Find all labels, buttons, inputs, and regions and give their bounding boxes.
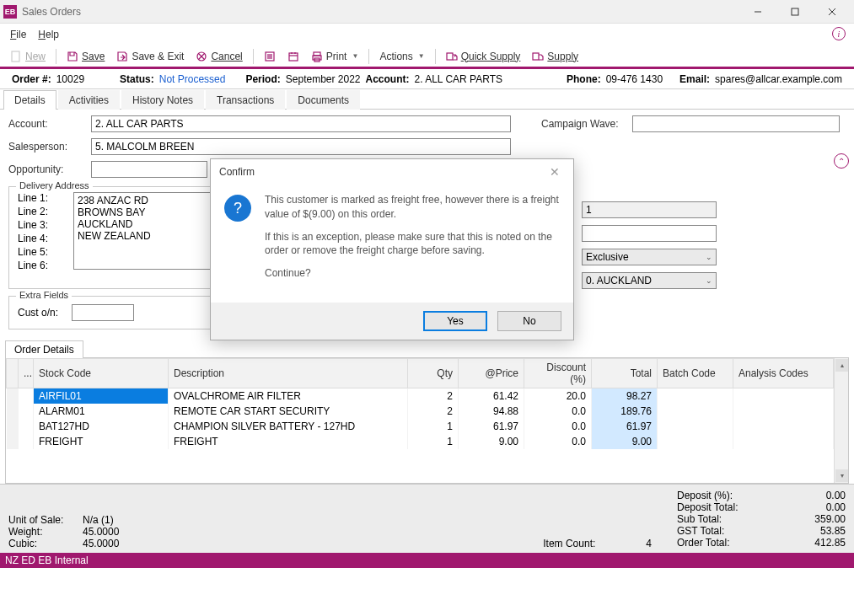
list-icon xyxy=(264,51,276,62)
cubic-value: 45.0000 xyxy=(83,538,119,549)
line1-label: Line 1: xyxy=(18,192,67,205)
status-value[interactable]: Not Processed xyxy=(159,73,226,85)
uos-label: Unit of Sale: xyxy=(8,514,76,526)
scroll-down-icon[interactable]: ▾ xyxy=(835,469,848,482)
weight-label: Weight: xyxy=(8,526,76,538)
tab-activities[interactable]: Activities xyxy=(58,90,120,110)
tab-details[interactable]: Details xyxy=(3,90,56,110)
yes-button[interactable]: Yes xyxy=(423,311,487,331)
supply-label: Supply xyxy=(547,51,578,62)
grid-header-blank xyxy=(7,359,19,388)
info-icon[interactable]: i xyxy=(832,27,846,40)
save-exit-button[interactable]: Save & Exit xyxy=(111,49,189,64)
table-row[interactable]: ALARM01 REMOTE CAR START SECURITY 2 94.8… xyxy=(7,404,834,419)
print-icon xyxy=(311,51,323,62)
scroll-up-icon[interactable]: ▴ xyxy=(835,359,848,372)
close-button[interactable] xyxy=(814,0,851,24)
custon-input[interactable] xyxy=(72,304,134,321)
chevron-down-icon: ▼ xyxy=(418,52,425,60)
save-icon xyxy=(67,51,78,62)
tab-transactions[interactable]: Transactions xyxy=(206,90,285,110)
right-blank-input[interactable] xyxy=(582,225,717,242)
save-button[interactable]: Save xyxy=(62,49,110,64)
menu-help[interactable]: Help xyxy=(33,27,64,42)
period-label: Period: xyxy=(245,73,280,85)
actions-button[interactable]: Actions ▼ xyxy=(374,49,429,64)
dep-tot-value: 0.00 xyxy=(826,501,846,513)
delivery-address-text[interactable]: 238 ANZAC RD BROWNS BAY AUCKLAND NEW ZEA… xyxy=(73,192,212,270)
cancel-button[interactable]: Cancel xyxy=(191,49,247,64)
save-exit-icon xyxy=(116,51,128,62)
campaign-input[interactable] xyxy=(632,115,840,132)
grid-header-stock[interactable]: Stock Code xyxy=(34,359,169,388)
tool-a-button[interactable] xyxy=(259,49,281,64)
cancel-label: Cancel xyxy=(211,51,242,62)
minimize-button[interactable] xyxy=(739,0,776,24)
extra-fields-legend: Extra Fields xyxy=(16,290,72,300)
collapse-icon[interactable]: ⌃ xyxy=(834,153,849,169)
no-button[interactable]: No xyxy=(497,311,561,331)
calendar-icon xyxy=(287,51,299,62)
chevron-down-icon: ⌄ xyxy=(706,253,712,261)
grid-header-anal[interactable]: Analysis Codes xyxy=(733,359,834,388)
confirm-dialog: Confirm ✕ ? This customer is marked as f… xyxy=(210,158,574,340)
dialog-close-icon[interactable]: ✕ xyxy=(545,163,565,180)
line5-label: Line 5: xyxy=(18,246,67,259)
delivery-legend: Delivery Address xyxy=(16,180,93,190)
order-label: Order #: xyxy=(12,73,51,85)
account-label: Account: xyxy=(8,118,84,130)
chevron-down-icon: ⌄ xyxy=(706,276,712,285)
ord-label: Order Total: xyxy=(677,537,729,549)
grid-header-dots[interactable]: ... xyxy=(19,359,34,388)
actions-label: Actions xyxy=(379,51,412,62)
supply-button[interactable]: Supply xyxy=(527,49,583,64)
save-label: Save xyxy=(82,51,105,62)
maximize-button[interactable] xyxy=(776,0,814,24)
gst-value: 53.85 xyxy=(820,525,846,537)
grid-header-total[interactable]: Total xyxy=(592,359,658,388)
uos-value: N/a (1) xyxy=(83,514,114,526)
svg-rect-1 xyxy=(792,8,798,15)
salesperson-label: Salesperson: xyxy=(8,141,84,153)
tab-history-notes[interactable]: History Notes xyxy=(121,90,204,110)
grid-header-disc[interactable]: Discount (%) xyxy=(524,359,592,388)
tax-select[interactable]: Exclusive ⌄ xyxy=(582,249,717,265)
location-select[interactable]: 0. AUCKLAND ⌄ xyxy=(582,272,717,289)
account-input[interactable] xyxy=(91,115,511,132)
email-value: spares@allcar.example.com xyxy=(715,73,842,85)
question-icon: ? xyxy=(224,195,251,222)
save-exit-label: Save & Exit xyxy=(132,51,184,62)
table-row[interactable]: FREIGHT FREIGHT 1 9.00 0.0 9.00 xyxy=(7,434,834,449)
title-bar: EB Sales Orders xyxy=(0,0,854,24)
salesperson-input[interactable] xyxy=(91,138,511,155)
grid-scrollbar[interactable]: ▴ ▾ xyxy=(834,358,848,483)
menu-bar: File Help i xyxy=(0,24,854,46)
order-details-tab[interactable]: Order Details xyxy=(5,340,83,358)
opportunity-label: Opportunity: xyxy=(8,163,84,175)
grid-header-batch[interactable]: Batch Code xyxy=(658,359,733,388)
table-row[interactable]: AIRFIL01 OVALCHROME AIR FILTER 2 61.42 2… xyxy=(7,388,834,404)
table-row[interactable]: BAT127HD CHAMPION SILVER BATTERY - 127HD… xyxy=(7,419,834,434)
grid-header-desc[interactable]: Description xyxy=(169,359,408,388)
quick-supply-button[interactable]: Quick Supply xyxy=(441,49,526,64)
period-value: September 2022 xyxy=(286,73,361,85)
account-hdr-value: 2. ALL CAR PARTS xyxy=(415,73,503,85)
itemcount-value: 4 xyxy=(646,538,652,549)
tab-documents[interactable]: Documents xyxy=(287,90,360,110)
dialog-text-1: This customer is marked as freight free,… xyxy=(265,193,560,222)
dialog-text-3: Continue? xyxy=(265,266,560,281)
opportunity-input[interactable] xyxy=(91,161,207,178)
line3-label: Line 3: xyxy=(18,219,67,232)
phone-label: Phone: xyxy=(567,73,601,85)
email-label: Email: xyxy=(679,73,710,85)
grid-header-qty[interactable]: Qty xyxy=(408,359,459,388)
toolbar: New Save Save & Exit Cancel Print ▼ Acti… xyxy=(0,46,854,69)
grid-header-price[interactable]: @Price xyxy=(459,359,524,388)
dialog-text-2: If this is an exception, please make sur… xyxy=(265,230,560,259)
menu-file[interactable]: File xyxy=(5,27,31,42)
tool-b-button[interactable] xyxy=(282,49,304,64)
right-qty-input[interactable] xyxy=(582,201,717,218)
account-hdr-label: Account: xyxy=(366,73,410,85)
print-button[interactable]: Print ▼ xyxy=(306,49,364,64)
svg-rect-12 xyxy=(289,53,298,61)
